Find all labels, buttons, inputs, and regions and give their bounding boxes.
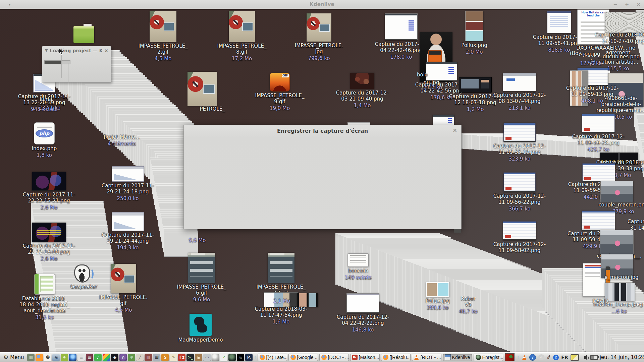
loading-dialog-titlebar[interactable]: ▼ Loading project — K × <box>42 46 111 55</box>
clock-check-icon[interactable]: ✓ <box>220 354 227 361</box>
desktop-icon-couple-macron-photo[interactable] <box>588 181 644 203</box>
desktop-icon-impasse-petrole-big[interactable] <box>174 72 231 107</box>
filmstrip-icon[interactable]: ▦ <box>86 354 93 361</box>
desktop-icon-rober-v5[interactable]: RoberV548,7 ko <box>440 296 497 314</box>
desktop-icon-boncoin[interactable]: boncoin149 octets <box>330 253 387 281</box>
desktop-icon-madmapper-demo[interactable]: MadMapperDemo <box>172 314 229 343</box>
document-icon[interactable]: ≣ <box>77 354 85 361</box>
desktop-icon-couple-macron-jpg-photo[interactable] <box>588 230 644 255</box>
battery-icon[interactable] <box>590 355 598 360</box>
green-disc-icon[interactable] <box>61 354 68 361</box>
taskbar-window-kdenlive[interactable]: Kdenlive <box>443 354 472 361</box>
taskbar-window--riot-[interactable]: [RIOT - ... <box>412 354 441 361</box>
calculator-icon[interactable]: ▦ <box>153 354 160 361</box>
icon-label: president-de-la- <box>593 101 644 107</box>
desktop-icon-databit-ods[interactable]: Databit.me 2016_18-04-2016_region_aout_d… <box>16 274 73 320</box>
grapes-icon[interactable]: ❈ <box>128 354 135 361</box>
bluetooth-icon[interactable]: ᛒ <box>553 355 559 360</box>
desktop-icon-projet-memoire[interactable]: Projet Mémo...4 éléments <box>93 134 150 147</box>
icon-label: Capture du 2017-11- <box>20 192 77 198</box>
firefox-icon[interactable] <box>36 354 43 361</box>
desktop-icon-capture-2017-12-11-09-59-28[interactable]: Capture du 2017-12-11 09-59-28.png429,7 … <box>570 114 627 153</box>
tablet-pen-icon[interactable]: ✐ <box>546 354 552 361</box>
desktop-icon-capture-2017-12-03-21-09-40[interactable]: Capture du 2017-12-03 21-09-40.png1,4 Mo <box>334 73 391 109</box>
desktop-icon-green-folder[interactable] <box>55 26 112 44</box>
stray-label: PETROLE_ <box>200 106 225 112</box>
package-icon[interactable]: ▣ <box>195 354 202 361</box>
desktop-icon-impasse-petrole-gif[interactable]: IMPASSE_PETROLE.gif4,5 Mo <box>95 264 152 313</box>
blue-orb-icon[interactable] <box>69 354 76 361</box>
loading-dialog-close-icon[interactable]: × <box>104 48 108 53</box>
p-dot-icon[interactable]: P. <box>245 354 253 361</box>
icon-label: IMPASSE_PETROLE. <box>290 43 347 49</box>
desktop-icon-capture-2018-03-11-17-47-54[interactable]: Capture du 2018-03-11 17-47-54.png1,6 Mo <box>253 306 310 325</box>
eye-icon[interactable]: ◉ <box>52 354 60 361</box>
icon-size-label: 2,6 Mo <box>20 256 77 262</box>
collapse-triangle-icon[interactable]: ▼ <box>45 48 48 53</box>
check-circle-icon[interactable]: ✓ <box>538 354 544 360</box>
desktop-icon-impasse-petrole-jpg[interactable]: IMPASSE_PETROLE.jpg799,6 ko <box>290 13 347 61</box>
maximize-button[interactable]: + <box>625 1 629 7</box>
filezilla-icon[interactable]: Fz <box>178 354 185 361</box>
capture-2017-12-12-18-07-18-thumbnail <box>459 77 492 93</box>
desktop-icon-capture-2017-12-04-22-42-22[interactable]: Capture du 2017-12-04 22-42-22.png146,8 … <box>334 293 391 333</box>
taskbar-window--google-[interactable]: [Google ... <box>288 354 318 361</box>
desktop-icon-capture-2017-12-11-09-55-19[interactable]: Capture du 2017-12-11 09-55-19.png323,9 … <box>491 123 548 162</box>
taskbar-window-enregist-[interactable]: Enregist... <box>474 354 503 361</box>
dialog-resize-grip[interactable] <box>454 229 461 233</box>
volume-icon[interactable] <box>581 355 588 360</box>
recorder-device-icon[interactable]: ▥ <box>145 354 152 361</box>
update-shield-icon[interactable]: i <box>529 354 536 361</box>
notes-icon[interactable]: ✎ <box>170 354 177 361</box>
desktop-icon-impasse-petrole-12-gif[interactable]: IMPASSE_PETROLE_12.gif <box>253 253 310 296</box>
desktop-icon-capture-2017-11-29-21-24-44[interactable]: Capture du 2017-11-29 21-24-44.png194,3 … <box>99 212 156 251</box>
capture-2017-12-11-09-55-19-thumbnail <box>503 123 536 142</box>
desktop-icon-stadium-map[interactable] <box>596 12 644 34</box>
clock[interactable]: jeu. 14 juin, 10:28 <box>600 354 644 360</box>
taskbar-window--r-solu-[interactable]: [[Résolu... <box>381 354 411 361</box>
taskbar-window--doc-[interactable]: [DOC! - ... <box>319 354 349 361</box>
icon-size-label: 323,9 ko <box>491 156 548 162</box>
desktop-icon-impasse-petrole-2-gif[interactable]: IMPASSE_PETROLE_2.gif4,5 Mo <box>135 11 192 62</box>
save-capture-dialog-close-icon[interactable]: × <box>453 127 457 133</box>
keyboard-layout-icon[interactable]: FR <box>561 355 568 360</box>
display-settings-icon[interactable] <box>571 354 579 361</box>
minimize-button[interactable]: − <box>613 1 618 7</box>
taskbar-window--maison-[interactable]: Fz[Maison... <box>350 354 380 361</box>
menu-button[interactable]: ⚙ Menu <box>1 353 26 361</box>
couple-macron-photo-thumbnail <box>600 181 633 202</box>
desktop-icon-fb-shot-low-right[interactable] <box>570 210 627 232</box>
boncoin-thumbnail <box>348 253 369 267</box>
headphones-icon[interactable]: ∩ <box>119 354 127 361</box>
desktop-icon-capture-2017-11-22-22-16-00[interactable]: Capture du 2017-11-22 22-16-00.png2,6 Mo <box>20 223 77 262</box>
desktop-icon-capture-2017-12-11-09-58-02[interactable]: Capture du 2017-12-11 09-58-02.png <box>491 221 548 253</box>
gespeaker-icon[interactable]: ☻ <box>44 354 51 361</box>
desktop-icon-capture-2017-12-11-09-56-22[interactable]: Capture du 2017-12-11 09-56-22.png366,7 … <box>491 172 548 212</box>
vlc-icon[interactable] <box>522 355 527 360</box>
taskbar-window--4-late-[interactable]: [(4) Late... <box>258 354 287 361</box>
desktop-icon-fb-shot-mid-right[interactable] <box>570 163 627 183</box>
unity-icon[interactable]: ◆ <box>111 354 118 361</box>
desktop-icon-impasse-petrole-6-gif[interactable]: IMPASSE_PETROLE_6.gif9,6 Mo <box>173 253 230 303</box>
blade-icon[interactable]: ╱ <box>136 354 144 361</box>
palette-grid-icon[interactable] <box>103 354 110 361</box>
desktop-icon-impasse-petrole-8-gif[interactable]: IMPASSE_PETROLE_8.gif17,2 Mo <box>213 11 270 62</box>
desktop-icon-index-php[interactable]: phpindex.php1,8 ko <box>16 122 73 158</box>
terminal-icon[interactable]: ▥ <box>27 354 35 361</box>
desktop-icon-impasse-petrole-9-gif[interactable]: GIFIMPASSE_PETROLE_9.gif19,0 Mo <box>251 73 308 111</box>
display-icon[interactable]: ▭ <box>203 354 211 361</box>
icon-label: 29 21-24-18.png <box>99 189 156 195</box>
chess-horse-icon[interactable]: ♘ <box>237 354 244 361</box>
workspace-graph-icon[interactable] <box>505 353 515 361</box>
sphere-icon[interactable] <box>212 354 219 361</box>
desktop-icon-capture-2017-11-22-22-15-21[interactable]: Capture du 2017-11-22 22-15-21.png2,6 Mo <box>20 172 77 210</box>
sublime-icon[interactable]: S <box>161 354 169 361</box>
music-icon[interactable]: ♪ <box>94 354 102 361</box>
close-button[interactable]: × <box>636 1 641 7</box>
dark-orb-icon[interactable] <box>228 354 236 361</box>
desktop-icon-e-macron-jpg[interactable]: e_macron.jpg <box>593 274 644 280</box>
desktop-icon-capture-2017-12-08-13-07-44[interactable]: Capture du 2017-12-08 13-07-44.png213,1 … <box>491 73 548 111</box>
stray-label: 14-10-27-10.png <box>602 38 644 44</box>
desktop-icon-capture-2017-11-29-21-24-18[interactable]: Capture du 2017-11-29 21-24-18.png250,0 … <box>99 166 156 201</box>
dark-terminal-icon[interactable]: >_ <box>186 354 194 361</box>
